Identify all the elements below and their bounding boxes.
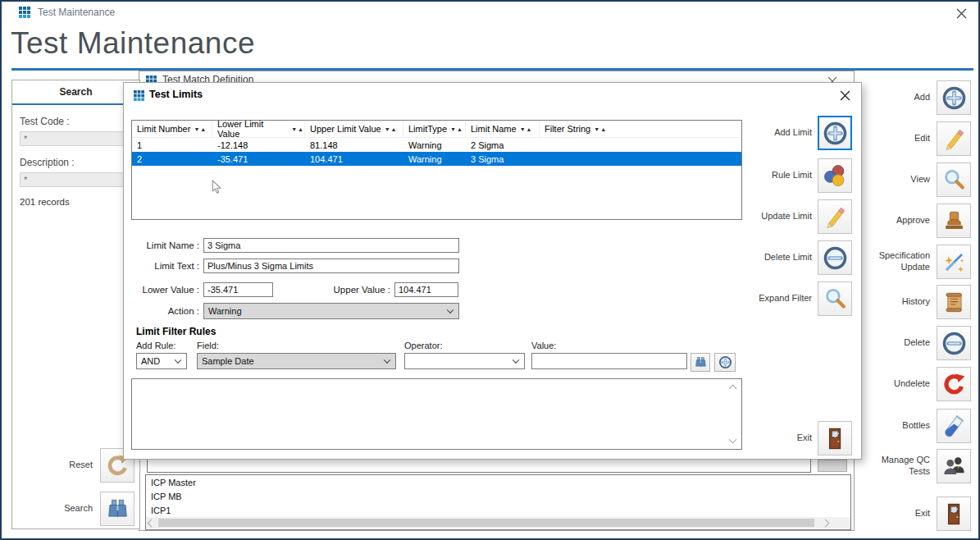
column-header-filter-string[interactable]: Filter String▼▲ bbox=[540, 121, 741, 137]
background-mini-button[interactable] bbox=[818, 460, 847, 472]
column-header-limit-type[interactable]: LimitType▼▲ bbox=[403, 121, 466, 137]
add-limit-button[interactable] bbox=[818, 116, 852, 150]
update-limit-label: Update Limit bbox=[761, 211, 812, 222]
test-limits-dialog: Test Limits Limit Number▼▲ Lower Limit V… bbox=[123, 82, 862, 460]
limit-text-input[interactable] bbox=[203, 259, 459, 273]
operator-label: Operator: bbox=[404, 341, 442, 350]
list-item[interactable]: ICP Master bbox=[146, 475, 850, 489]
main-window: Test Maintenance Test Maintenance Test M… bbox=[0, 0, 980, 540]
minus-circle-icon bbox=[823, 245, 848, 271]
upper-value-input[interactable] bbox=[394, 282, 458, 297]
chevron-down-icon bbox=[175, 356, 181, 363]
column-header-limit-name[interactable]: Limit Name▼▲ bbox=[466, 121, 540, 137]
dialog-title: Test Limits bbox=[149, 89, 203, 100]
history-label: History bbox=[902, 296, 930, 308]
colored-balls-icon bbox=[823, 163, 848, 189]
edit-button[interactable] bbox=[937, 121, 971, 156]
close-icon[interactable] bbox=[956, 7, 967, 18]
add-label: Add bbox=[914, 92, 930, 103]
scroll-icon bbox=[941, 290, 967, 315]
title-bar: Test Maintenance bbox=[2, 2, 978, 23]
exit-button[interactable] bbox=[818, 421, 852, 455]
rule-limit-button[interactable] bbox=[818, 158, 852, 193]
add-button[interactable] bbox=[937, 80, 971, 115]
exit-button[interactable] bbox=[937, 497, 971, 531]
close-icon[interactable] bbox=[840, 89, 850, 100]
limit-name-label: Limit Name : bbox=[124, 240, 199, 250]
lower-value-input[interactable] bbox=[203, 282, 273, 297]
filter-rules-list[interactable] bbox=[131, 378, 742, 450]
scroll-left-icon[interactable] bbox=[148, 519, 155, 526]
search-panel: Search Test Code : Description : 201 rec… bbox=[11, 80, 140, 529]
history-button[interactable] bbox=[937, 285, 971, 319]
column-header-lower-limit[interactable]: Lower Limit Value▼▲ bbox=[212, 121, 305, 137]
add-filter-rule-button[interactable] bbox=[714, 353, 736, 372]
rule-limit-label: Rule Limit bbox=[772, 170, 812, 181]
view-button[interactable] bbox=[937, 162, 971, 197]
filter-search-button[interactable] bbox=[691, 353, 710, 372]
scrollbar-thumb[interactable] bbox=[158, 519, 814, 527]
approve-button[interactable] bbox=[937, 204, 971, 238]
app-grid-icon bbox=[19, 7, 30, 18]
tab-underline bbox=[12, 103, 139, 105]
column-header-limit-number[interactable]: Limit Number▼▲ bbox=[132, 121, 212, 137]
pencil-icon bbox=[823, 204, 848, 230]
sort-icons: ▼▲ bbox=[194, 126, 207, 132]
column-header-upper-limit[interactable]: Upper Limit Value▼▲ bbox=[305, 121, 403, 137]
lower-value-label: Lower Value : bbox=[124, 285, 199, 295]
plus-circle-icon bbox=[718, 355, 732, 369]
delete-button[interactable] bbox=[937, 326, 971, 360]
action-select[interactable]: Warning bbox=[203, 303, 459, 319]
expand-filter-button[interactable] bbox=[818, 281, 852, 316]
mouse-cursor bbox=[211, 180, 221, 199]
description-label: Description : bbox=[20, 157, 132, 168]
door-icon bbox=[823, 426, 848, 451]
page-title: Test Maintenance bbox=[11, 26, 255, 61]
list-item[interactable]: ICP1 bbox=[146, 503, 850, 517]
update-limit-button[interactable] bbox=[818, 199, 852, 234]
description-input[interactable] bbox=[20, 172, 134, 187]
exit-label: Exit bbox=[797, 432, 812, 444]
scroll-down-icon[interactable] bbox=[729, 436, 737, 444]
records-count: 201 records bbox=[20, 197, 132, 207]
add-limit-label: Add Limit bbox=[774, 127, 812, 139]
manage-qc-tests-button[interactable] bbox=[937, 449, 971, 483]
specification-update-button[interactable] bbox=[937, 245, 971, 279]
minus-circle-icon bbox=[941, 331, 967, 356]
delete-limit-button[interactable] bbox=[818, 240, 852, 275]
undelete-button[interactable] bbox=[937, 367, 971, 401]
tab-search[interactable]: Search bbox=[12, 80, 139, 98]
table-row[interactable]: 1 -12.148 81.148 Warning 2 Sigma bbox=[132, 138, 741, 152]
search-button[interactable] bbox=[100, 492, 134, 526]
chevron-down-icon bbox=[447, 306, 454, 313]
binoculars-icon bbox=[105, 497, 130, 522]
people-icon bbox=[941, 454, 967, 479]
upper-value-label: Upper Value : bbox=[312, 285, 390, 295]
add-rule-select[interactable]: AND bbox=[136, 353, 187, 369]
window-title: Test Maintenance bbox=[38, 7, 115, 18]
field-select[interactable]: Sample Date bbox=[197, 353, 396, 369]
stamp-icon bbox=[941, 208, 967, 234]
approve-label: Approve bbox=[896, 215, 930, 227]
table-header-row: Limit Number▼▲ Lower Limit Value▼▲ Upper… bbox=[132, 121, 741, 138]
search-label: Search bbox=[64, 503, 93, 515]
filter-value-input[interactable] bbox=[531, 353, 687, 369]
sort-icons: ▼▲ bbox=[594, 126, 607, 132]
limit-filter-rules-heading: Limit Filter Rules bbox=[136, 326, 216, 337]
horizontal-scrollbar[interactable] bbox=[146, 517, 850, 529]
door-icon bbox=[941, 501, 967, 527]
reset-label: Reset bbox=[69, 460, 93, 471]
app-grid-icon bbox=[134, 89, 144, 100]
add-rule-label: Add Rule: bbox=[136, 341, 175, 350]
table-row-selected[interactable]: 2 -35.471 104.471 Warning 3 Sigma bbox=[132, 152, 741, 166]
magnifier-icon bbox=[941, 167, 967, 193]
bottles-button[interactable] bbox=[937, 409, 971, 443]
value-label: Value: bbox=[531, 341, 556, 350]
test-code-input[interactable] bbox=[20, 131, 134, 146]
limit-name-input[interactable] bbox=[203, 238, 459, 253]
scroll-right-icon[interactable] bbox=[823, 519, 829, 526]
list-item[interactable]: ICP MB bbox=[146, 489, 850, 503]
field-label: Field: bbox=[197, 341, 219, 350]
scroll-up-icon[interactable] bbox=[729, 385, 737, 393]
operator-select[interactable] bbox=[404, 353, 525, 369]
